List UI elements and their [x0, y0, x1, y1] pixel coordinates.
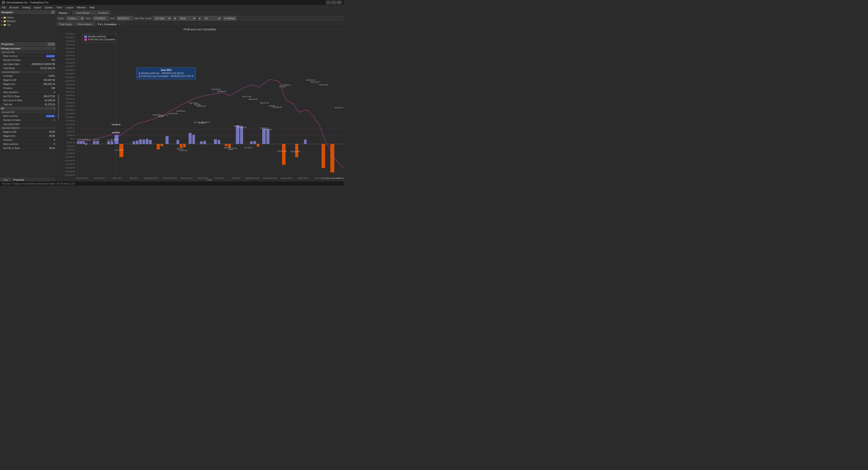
- legend-label-cumulative: Profit and Loss Cumulative: [88, 38, 115, 41]
- open-positions-row: Open positions 0: [0, 90, 56, 94]
- trade-blotter-tab-label: Trade Blotter: [75, 11, 90, 14]
- reports-tab[interactable]: Reports ✕: [56, 10, 73, 15]
- total-equity-tab[interactable]: Total Equity: [57, 22, 74, 26]
- primary-account-expand-icon: ▼: [53, 48, 55, 50]
- menu-help[interactable]: Help: [88, 5, 96, 10]
- y-label: €69,000.00: [61, 55, 75, 57]
- trade-blotter-tab-close[interactable]: ✕: [91, 12, 93, 14]
- menu-file[interactable]: File: [0, 5, 8, 10]
- account-info-subheader: Account Info: [0, 51, 56, 54]
- risk-analysis-tab[interactable]: Risk Analysis: [75, 22, 95, 26]
- svg-text:€7,127.91: €7,127.91: [160, 114, 168, 116]
- filter-select[interactable]: Exit Date: [153, 16, 172, 21]
- y-label: -€21,000.00: [61, 163, 75, 165]
- window-title: DemoDatabase.tbx - TradingDiary Pro: [6, 1, 49, 4]
- v2-num-trades-label: Number of trades: [0, 119, 33, 122]
- next-period-button[interactable]: ►: [198, 16, 202, 21]
- nav-item-views[interactable]: ▶ 📁 Views: [0, 15, 56, 19]
- y-label: €75,000.00: [61, 47, 75, 49]
- v2-base-currency-label: Base currency: [0, 115, 33, 118]
- prev-period-button[interactable]: ◄: [173, 16, 177, 21]
- maximize-button[interactable]: □: [331, 1, 336, 4]
- start-date-input[interactable]: [93, 16, 109, 21]
- log-tab[interactable]: Log: [1, 178, 10, 182]
- navigator-panel: Navigator 📌 ▶ 📁 Views ▶ 📁 Reports ▶: [0, 10, 56, 42]
- y-label: €81,000.00: [61, 40, 75, 42]
- num-trades-label: Number of trades: [0, 59, 33, 62]
- svg-rect-51: [111, 141, 113, 144]
- pnl-cumulative-close[interactable]: ✕: [118, 23, 120, 26]
- nav-item-reports[interactable]: ▶ 📁 Reports: [0, 19, 56, 23]
- svg-text:€50,910.05: €50,910.05: [249, 98, 257, 100]
- y-label: €87,000.00: [61, 33, 75, 35]
- base-currency-label: Base currency: [0, 55, 33, 58]
- menu-layout[interactable]: Layout: [64, 5, 75, 10]
- leverage-row: Leverage 0.00%: [0, 74, 56, 78]
- properties-restore-button[interactable]: □: [48, 42, 51, 46]
- y-label: €27,000.00: [61, 105, 75, 107]
- svg-rect-75: [240, 126, 243, 144]
- v2-positions-row: Positions 0: [0, 138, 56, 142]
- net-pnl-row: Net P&L In Base €40,477.82: [0, 94, 56, 98]
- y-label: €30,000.00: [61, 102, 75, 104]
- end-date-input[interactable]: [117, 16, 132, 21]
- y-label: €60,000.00: [61, 65, 75, 67]
- close-button[interactable]: ✕: [337, 1, 342, 4]
- y-label: -€12,000.00: [61, 152, 75, 154]
- settings-button[interactable]: ⚙ Settings: [223, 16, 237, 21]
- navigator-pin-button[interactable]: 📌: [52, 11, 55, 14]
- v2-expand-icon: ▼: [53, 107, 55, 109]
- reports-tab-label: Reports: [59, 11, 67, 14]
- v2-label: V2: [1, 107, 4, 110]
- pnl-cumulative-tab[interactable]: P & L Cumulative ✕: [95, 22, 123, 27]
- positions-tab[interactable]: Positions: [96, 10, 111, 15]
- y-label: -€30,000.00: [61, 174, 75, 176]
- menu-account[interactable]: Account: [8, 5, 20, 10]
- navigator-header: Navigator 📌: [0, 10, 56, 15]
- period-select[interactable]: Week: [178, 16, 196, 21]
- folder-icon-tax: 📁: [3, 24, 6, 26]
- properties-pin-button[interactable]: 📌: [52, 42, 55, 46]
- svg-rect-68: [200, 141, 203, 144]
- nav-item-tax[interactable]: ▶ 📁 Tax: [0, 23, 56, 27]
- minimize-button[interactable]: −: [326, 1, 331, 4]
- net-pnl-value: €40,477.82: [33, 95, 56, 98]
- menu-import[interactable]: Import: [32, 5, 43, 10]
- reports-tab-close[interactable]: ✕: [68, 12, 70, 14]
- v2-net-pnl-label: Net P&L In Base: [0, 147, 33, 150]
- primary-account-section[interactable]: Primary account ▼: [0, 46, 56, 51]
- menu-tools[interactable]: Tools: [55, 5, 64, 10]
- v2-open-positions-label: Open positions: [0, 143, 33, 146]
- bottom-tabs: Log Properties: [0, 177, 56, 182]
- nav-item-views-label: Views: [7, 16, 13, 19]
- y-label: -€27,000.00: [61, 170, 75, 173]
- trade-blotter-tab[interactable]: Trade Blotter ✕: [73, 10, 95, 15]
- all-select[interactable]: All: [203, 16, 221, 21]
- start-label: Start:: [86, 17, 92, 20]
- svg-rect-60: [157, 144, 160, 149]
- properties-tab[interactable]: Properties: [10, 178, 27, 182]
- v2-open-positions-row: Open positions 0: [0, 142, 56, 146]
- chart-svg: €78,235 €78,354.21 €64,972.59 €62,174.32…: [75, 32, 344, 181]
- menu-trading[interactable]: Trading: [20, 5, 32, 10]
- v2-last-import-value: [33, 124, 56, 125]
- y-label: €42,000.00: [61, 87, 75, 89]
- titlebar-left: DemoDatabase.tbx - TradingDiary Pro: [2, 1, 49, 4]
- menu-window[interactable]: Window: [75, 5, 88, 10]
- left-panel: Navigator 📌 ▶ 📁 Views ▶ 📁 Reports ▶: [0, 10, 56, 182]
- v2-last-import-row: Last import date: [0, 122, 56, 126]
- y-label: €48,000.00: [61, 80, 75, 82]
- y-label: €18,000.00: [61, 116, 75, 118]
- menu-quotes[interactable]: Quotes: [43, 5, 55, 10]
- v2-positions-label: Positions: [0, 138, 33, 142]
- svg-text:€48,673.04: €48,673.04: [260, 102, 269, 104]
- v2-section[interactable]: V2 ▼: [0, 106, 56, 111]
- properties-title: Properties: [1, 43, 13, 45]
- svg-rect-76: [250, 141, 253, 144]
- dates-select[interactable]: Custom...: [66, 16, 84, 21]
- positions-value: 186: [33, 87, 56, 90]
- svg-text:€114.53: €114.53: [265, 128, 272, 130]
- pnl-cumulative-tab-label: P & L Cumulative: [98, 23, 117, 26]
- folder-icon-reports: 📁: [3, 20, 6, 23]
- svg-rect-85: [331, 144, 334, 173]
